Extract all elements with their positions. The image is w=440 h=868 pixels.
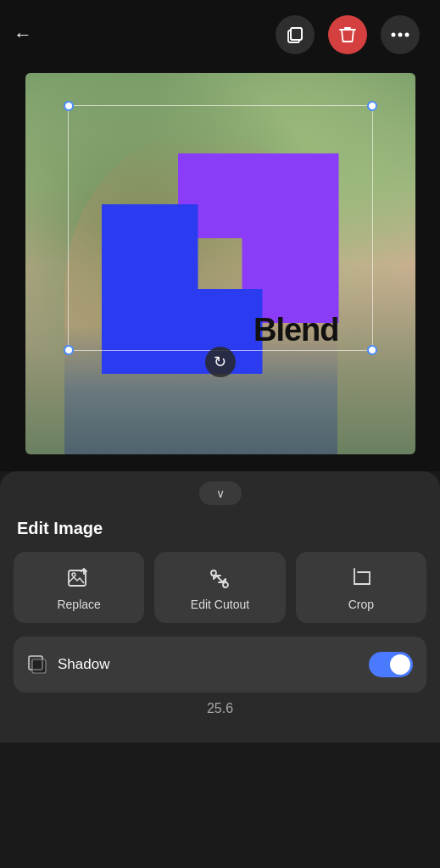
svg-point-3	[392, 33, 396, 37]
crop-icon	[349, 567, 373, 591]
crop-label: Crop	[348, 598, 374, 611]
crop-button[interactable]: Crop	[296, 552, 426, 623]
shadow-label: Shadow	[58, 656, 359, 673]
edit-cutout-label: Edit Cutout	[191, 598, 249, 611]
chevron-container: ∨	[0, 471, 440, 512]
blend-overlay: Blend	[25, 73, 415, 454]
replace-icon	[67, 567, 91, 591]
copy-icon	[286, 25, 304, 44]
shadow-value-row: 25.6	[0, 693, 440, 716]
svg-point-4	[398, 33, 403, 37]
svg-point-5	[405, 33, 409, 37]
replace-label: Replace	[57, 598, 100, 611]
shadow-value: 25.6	[207, 701, 233, 716]
shadow-toggle[interactable]	[369, 652, 413, 677]
blend-text: Blend	[253, 312, 339, 348]
tool-row: Replace Edit Cutout	[0, 552, 440, 637]
section-title: Edit Image	[0, 512, 440, 552]
trash-icon	[339, 25, 356, 44]
chevron-icon: ∨	[216, 487, 225, 500]
edit-cutout-icon	[208, 567, 231, 591]
canvas-area: Blend ↻	[0, 64, 440, 471]
svg-rect-6	[69, 570, 86, 586]
svg-point-8	[211, 570, 216, 576]
bottom-panel: ∨ Edit Image Replace	[0, 471, 440, 743]
svg-rect-12	[32, 659, 46, 673]
svg-point-9	[223, 582, 228, 587]
shadow-row: Shadow	[14, 637, 426, 693]
copy-button[interactable]	[276, 15, 315, 54]
edit-cutout-button[interactable]: Edit Cutout	[154, 552, 285, 623]
top-bar-center	[276, 15, 420, 54]
back-button[interactable]: ←	[14, 24, 32, 46]
svg-rect-1	[291, 28, 302, 40]
more-icon	[391, 32, 409, 37]
more-button[interactable]	[381, 15, 420, 54]
blend-shape-container: Blend	[102, 153, 339, 374]
collapse-button[interactable]: ∨	[199, 481, 242, 505]
shadow-icon	[27, 654, 47, 675]
canvas-wrapper[interactable]: Blend ↻	[25, 73, 415, 454]
top-bar: ←	[0, 0, 440, 64]
rotate-handle[interactable]: ↻	[205, 347, 236, 377]
svg-point-7	[72, 573, 75, 576]
replace-button[interactable]: Replace	[14, 552, 144, 623]
delete-button[interactable]	[328, 15, 367, 54]
